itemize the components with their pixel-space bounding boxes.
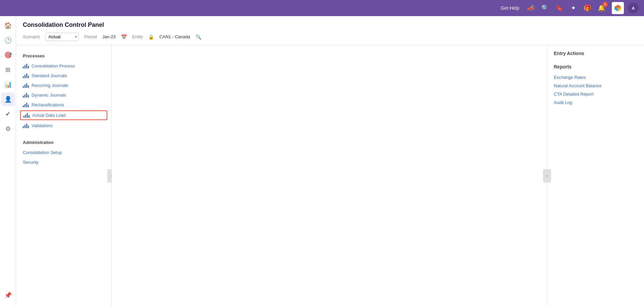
sidebar-item-validations[interactable]: Validations (16, 121, 111, 131)
entity-search-icon[interactable]: 🔍 (196, 34, 201, 40)
scenario-select[interactable]: Actual (45, 33, 79, 41)
sidebar-check[interactable]: ✔ (1, 107, 15, 121)
megaphone-icon[interactable]: 📣 (526, 3, 536, 13)
sidebar-item-actual-data-load[interactable]: Actual Data Load (20, 110, 107, 120)
sidebar-item-reclassifications[interactable]: Reclassifications (16, 100, 111, 110)
entry-actions-section: Entry Actions (554, 51, 637, 56)
entity-value: CAN1 - Canada (159, 34, 190, 39)
sidebar-item-dynamic-journals[interactable]: Dynamic Journals (16, 90, 111, 100)
consolidation-process-label: Consolidation Process (32, 63, 75, 68)
bars-icon (23, 123, 29, 128)
bars-icon (23, 73, 29, 78)
exchange-rates-link[interactable]: Exchange Rates (554, 75, 637, 80)
natural-account-balance-link[interactable]: Natural Account Balance (554, 83, 637, 88)
content-body: Processes Consolidation Process Standard… (16, 45, 644, 306)
entity-label: Entity (132, 34, 143, 39)
bars-icon (23, 83, 29, 88)
right-panel-toggle[interactable]: › (543, 169, 551, 183)
bell-icon[interactable]: 🔔 8 (596, 3, 606, 13)
gift-icon[interactable]: 🎁 (582, 3, 592, 13)
validations-label: Validations (32, 123, 53, 128)
compass-icon[interactable]: ✦ (568, 3, 578, 13)
entity-lock-icon: 🔒 (148, 34, 154, 40)
sidebar-item-recurring-journals[interactable]: Recurring Journals (16, 81, 111, 90)
processes-section-title: Processes (16, 51, 111, 61)
search-icon[interactable]: 🔍 (540, 3, 550, 13)
page-header: Consolidation Control Panel Scenario Act… (16, 16, 644, 45)
standard-journals-label: Standard Journals (32, 73, 67, 78)
user-avatar[interactable]: A (628, 3, 639, 13)
dynamic-journals-label: Dynamic Journals (32, 93, 66, 98)
sidebar-person[interactable]: 👤 (1, 93, 15, 106)
bars-icon (23, 64, 29, 68)
sidebar-item-consolidation-setup[interactable]: Consolidation Setup (16, 148, 111, 157)
get-help-button[interactable]: Get Help (501, 5, 519, 11)
actual-data-load-label: Actual Data Load (32, 113, 66, 118)
reports-section: Reports Exchange Rates Natural Account B… (554, 64, 637, 105)
right-panel: › Entry Actions Reports Exchange Rates N… (547, 45, 644, 306)
sidebar-recent[interactable]: 🕐 (1, 34, 15, 47)
app-layout: 🏠 🕐 🎯 ⊞ 📊 👤 ✔ ⚙ 📌 Consolidation Control … (0, 16, 644, 306)
bars-icon (23, 103, 29, 107)
audit-log-link[interactable]: Audit Log (554, 100, 637, 105)
left-panel: Processes Consolidation Process Standard… (16, 45, 112, 306)
period-value: Jan-23 (102, 34, 116, 39)
icon-sidebar: 🏠 🕐 🎯 ⊞ 📊 👤 ✔ ⚙ 📌 (0, 16, 16, 306)
calendar-icon[interactable]: 📅 (121, 34, 127, 40)
bookmark-icon[interactable]: 🔖 (554, 3, 564, 13)
scenario-label: Scenario (23, 34, 40, 39)
bars-icon (23, 113, 30, 118)
security-label: Security (23, 160, 39, 165)
admin-section-title: Administration (16, 137, 111, 148)
consolidation-setup-label: Consolidation Setup (23, 150, 62, 155)
reports-section-title: Reports (554, 64, 637, 69)
bars-icon (23, 93, 29, 98)
left-panel-toggle[interactable]: ‹ (107, 169, 112, 183)
main-content: Consolidation Control Panel Scenario Act… (16, 16, 644, 306)
scenario-select-wrapper[interactable]: Actual ▾ (45, 33, 79, 41)
sidebar-chart[interactable]: 📊 (1, 78, 15, 91)
logo-button[interactable] (612, 2, 624, 14)
top-nav: Get Help 📣 🔍 🔖 ✦ 🎁 🔔 8 A (0, 0, 644, 16)
page-title: Consolidation Control Panel (23, 21, 637, 29)
sidebar-home[interactable]: 🏠 (1, 19, 15, 32)
reclassifications-label: Reclassifications (32, 102, 64, 107)
cta-detailed-report-link[interactable]: CTA Detailed Report (554, 92, 637, 97)
period-label: Period (84, 34, 97, 39)
filter-bar: Scenario Actual ▾ Period Jan-23 📅 Entity… (23, 33, 637, 45)
entry-actions-title: Entry Actions (554, 51, 637, 56)
sidebar-settings[interactable]: ⚙ (1, 122, 15, 136)
notification-badge: 8 (602, 2, 608, 7)
sidebar-item-security[interactable]: Security (16, 157, 111, 167)
sidebar-item-standard-journals[interactable]: Standard Journals (16, 71, 111, 81)
sidebar-target[interactable]: 🎯 (1, 48, 15, 62)
center-area (112, 45, 547, 306)
sidebar-pin[interactable]: 📌 (1, 289, 15, 302)
sidebar-item-consolidation-process[interactable]: Consolidation Process (16, 61, 111, 71)
recurring-journals-label: Recurring Journals (32, 83, 68, 88)
sidebar-grid[interactable]: ⊞ (1, 63, 15, 76)
